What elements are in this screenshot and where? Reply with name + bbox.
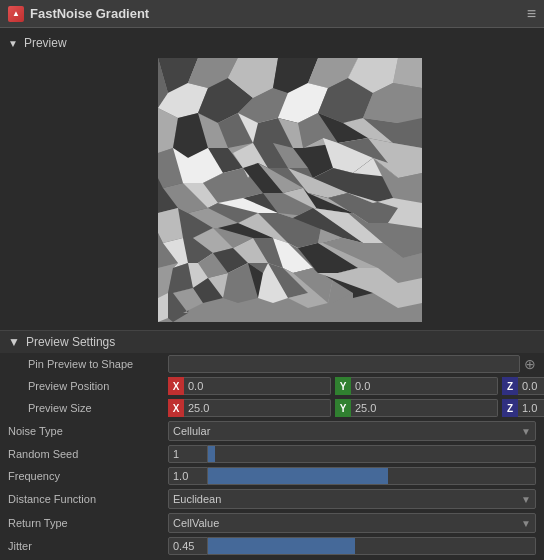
preview-position-label: Preview Position xyxy=(8,380,168,392)
random-seed-row: Random Seed xyxy=(0,443,544,465)
preview-position-x-field: X xyxy=(168,377,331,395)
preview-position-x-btn[interactable]: X xyxy=(168,377,184,395)
frequency-row: Frequency xyxy=(0,465,544,487)
preview-size-x-field: X xyxy=(168,399,331,417)
preview-section-label: Preview xyxy=(24,36,67,50)
noise-type-value: Cellular ▼ xyxy=(168,421,536,441)
preview-canvas xyxy=(158,58,422,322)
preview-size-y-input[interactable] xyxy=(351,399,498,417)
pin-preview-label: Pin Preview to Shape xyxy=(8,358,168,370)
return-type-label: Return Type xyxy=(8,517,168,529)
preview-position-fields: X Y Z xyxy=(168,377,544,395)
settings-arrow: ▼ xyxy=(8,335,20,349)
pin-target-icon[interactable]: ⊕ xyxy=(524,356,536,372)
random-seed-input[interactable] xyxy=(168,445,208,463)
random-seed-slider[interactable] xyxy=(208,445,536,463)
preview-size-label: Preview Size xyxy=(8,402,168,414)
distance-function-label: Distance Function xyxy=(8,493,168,505)
noise-type-dropdown[interactable]: Cellular ▼ xyxy=(168,421,536,441)
preview-size-z-input[interactable] xyxy=(518,399,544,417)
preview-size-row: Preview Size X Y Z xyxy=(0,397,544,419)
preview-position-z-input[interactable] xyxy=(518,377,544,395)
preview-size-x-input[interactable] xyxy=(184,399,331,417)
preview-position-z-field: Z xyxy=(502,377,544,395)
jitter-row: Jitter xyxy=(0,535,544,557)
noise-type-arrow: ▼ xyxy=(521,426,531,437)
title-bar-left: ▲ FastNoise Gradient xyxy=(8,6,149,22)
noise-preview-svg xyxy=(158,58,422,322)
distance-function-arrow: ▼ xyxy=(521,494,531,505)
noise-type-selected: Cellular xyxy=(173,425,210,437)
preview-container xyxy=(0,54,544,330)
pin-preview-row: Pin Preview to Shape ⊕ xyxy=(0,353,544,375)
random-seed-fill xyxy=(208,446,215,462)
return-type-row: Return Type CellValue ▼ xyxy=(0,511,544,535)
preview-size-x-btn[interactable]: X xyxy=(168,399,184,417)
pin-input-area: ⊕ xyxy=(168,355,536,373)
svg-marker-7 xyxy=(393,58,422,88)
distance-function-dropdown[interactable]: Euclidean ▼ xyxy=(168,489,536,509)
preview-position-y-btn[interactable]: Y xyxy=(335,377,351,395)
preview-size-y-btn[interactable]: Y xyxy=(335,399,351,417)
app-icon: ▲ xyxy=(8,6,24,22)
settings-section-header[interactable]: ▼ Preview Settings xyxy=(0,330,544,353)
preview-position-row: Preview Position X Y Z xyxy=(0,375,544,397)
frequency-input[interactable] xyxy=(168,467,208,485)
preview-position-x-input[interactable] xyxy=(184,377,331,395)
preview-position-z-btn[interactable]: Z xyxy=(502,377,518,395)
return-type-value: CellValue ▼ xyxy=(168,513,536,533)
noise-type-label: Noise Type xyxy=(8,425,168,437)
distance-function-selected: Euclidean xyxy=(173,493,221,505)
distance-function-row: Distance Function Euclidean ▼ xyxy=(0,487,544,511)
title-bar: ▲ FastNoise Gradient ≡ xyxy=(0,0,544,28)
preview-section-header[interactable]: ▼ Preview xyxy=(0,32,544,54)
return-type-arrow: ▼ xyxy=(521,518,531,529)
frequency-fill xyxy=(208,468,388,484)
jitter-label: Jitter xyxy=(8,540,168,552)
frequency-label: Frequency xyxy=(8,470,168,482)
noise-type-row: Noise Type Cellular ▼ xyxy=(0,419,544,443)
distance-function-value: Euclidean ▼ xyxy=(168,489,536,509)
window-title: FastNoise Gradient xyxy=(30,6,149,21)
preview-arrow: ▼ xyxy=(8,38,18,49)
main-content: ▼ Preview xyxy=(0,28,544,560)
random-seed-label: Random Seed xyxy=(8,448,168,460)
return-type-selected: CellValue xyxy=(173,517,219,529)
preview-size-y-field: Y xyxy=(335,399,498,417)
preview-size-fields: X Y Z xyxy=(168,399,544,417)
preview-size-z-btn[interactable]: Z xyxy=(502,399,518,417)
preview-position-y-input[interactable] xyxy=(351,377,498,395)
settings-section-label: Preview Settings xyxy=(26,335,115,349)
jitter-slider[interactable] xyxy=(208,537,536,555)
preview-size-z-field: Z xyxy=(502,399,544,417)
jitter-fill xyxy=(208,538,355,554)
jitter-input[interactable] xyxy=(168,537,208,555)
frequency-slider[interactable] xyxy=(208,467,536,485)
pin-preview-field[interactable] xyxy=(168,355,520,373)
preview-position-y-field: Y xyxy=(335,377,498,395)
return-type-dropdown[interactable]: CellValue ▼ xyxy=(168,513,536,533)
menu-icon[interactable]: ≡ xyxy=(527,5,536,23)
